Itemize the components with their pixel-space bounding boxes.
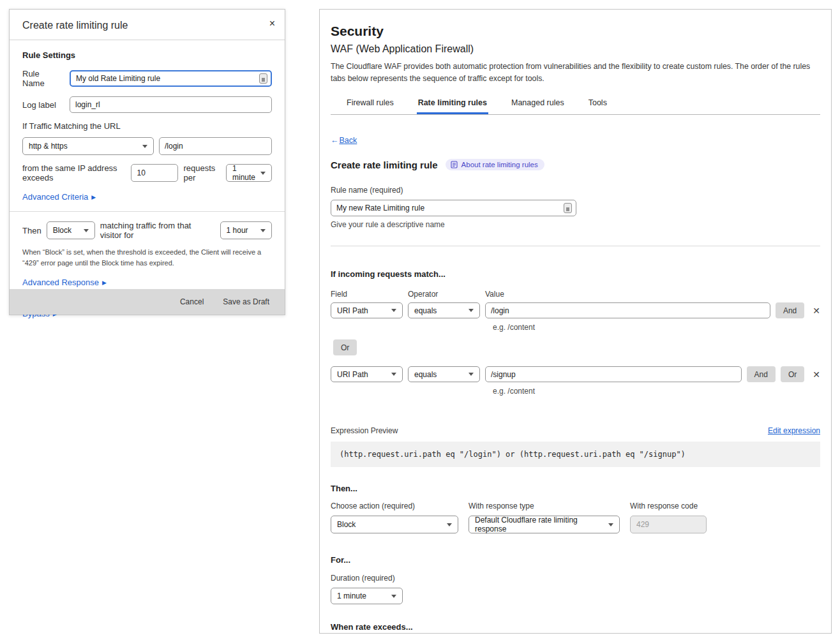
rule-settings-heading: Rule Settings [22,50,272,60]
chevron-down-icon [260,172,266,175]
then-heading: Then... [331,484,820,493]
then-section: Then Block matching traffic from that vi… [10,212,285,297]
threshold-suffix: requests per [183,163,221,182]
then-label: Then [22,226,41,235]
value-input[interactable] [485,366,742,382]
rule-name-help: Give your rule a descriptive name [331,220,820,229]
response-code-input [630,516,707,533]
duration-select[interactable]: 1 minute [331,588,403,604]
chevron-down-icon [469,373,474,376]
divider [331,246,820,246]
chevron-down-icon [260,229,266,232]
password-manager-icon[interactable] [259,73,267,84]
match-heading: If incoming requests match... [331,269,820,279]
remove-row-icon[interactable]: ✕ [813,370,820,379]
chevron-down-icon [608,523,613,526]
log-label-label: Log label [22,100,63,110]
traffic-match-label: If Traffic Matching the URL [22,121,272,131]
page-title: Security [331,24,820,39]
chevron-down-icon [84,229,89,232]
rule-name-label: Rule name (required) [331,186,820,195]
response-code-label: With response code [630,502,707,510]
about-rate-limiting-badge[interactable]: About rate limiting rules [446,159,544,170]
chevron-down-icon [447,523,452,526]
tab-firewall-rules[interactable]: Firewall rules [345,94,395,114]
log-label-input[interactable] [70,96,272,113]
period-select[interactable]: 1 minute [226,164,272,182]
create-rule-heading: Create rate limiting rule [331,160,438,170]
page-subtitle: WAF (Web Application Firewall) [331,43,820,55]
choose-action-label: Choose action (required) [331,502,458,510]
advanced-response-link[interactable]: Advanced Response ▶ [22,278,107,287]
match-row-2: URI Path equals And Or ✕ [331,366,820,382]
back-arrow-icon: ← [331,136,339,145]
threshold-prefix: from the same IP address exceeds [22,163,126,182]
rule-name-label: Rule Name [22,69,63,88]
value-column-label: Value [485,290,504,299]
triangle-right-icon: ▶ [91,194,96,200]
modal-footer: Cancel Save as Draft [10,289,285,315]
or-button[interactable]: Or [333,339,357,355]
operator-column-label: Operator [408,290,480,299]
field-select[interactable]: URI Path [331,302,403,318]
tab-managed-rules[interactable]: Managed rules [510,94,566,114]
chevron-down-icon [142,145,147,148]
field-select[interactable]: URI Path [331,366,403,382]
triangle-right-icon: ▶ [102,279,107,286]
save-as-draft-button[interactable]: Save as Draft [223,297,269,306]
remove-row-icon[interactable]: ✕ [813,306,820,315]
scheme-select[interactable]: http & https [22,137,154,155]
response-type-select[interactable]: Default Cloudflare rate limiting respons… [469,516,620,533]
match-row-1: URI Path equals And ✕ [331,302,820,318]
and-button[interactable]: And [776,302,804,318]
url-input[interactable] [159,137,272,155]
and-button[interactable]: And [747,366,776,382]
action-select[interactable]: Block [47,221,95,239]
tab-rate-limiting-rules[interactable]: Rate limiting rules [417,94,488,114]
block-duration-select[interactable]: 1 hour [220,221,272,239]
threshold-input[interactable] [131,164,178,182]
chevron-down-icon [391,309,396,312]
advanced-criteria-link[interactable]: Advanced Criteria ▶ [22,192,96,202]
modal-header: Create rate limiting rule × [10,10,285,40]
action-select[interactable]: Block [331,516,458,533]
expression-code: (http.request.uri.path eq "/login") or (… [331,442,820,467]
close-icon[interactable]: × [269,18,275,29]
rate-heading: When rate exceeds... [331,622,820,632]
operator-select[interactable]: equals [408,302,480,318]
response-type-label: With response type [469,502,620,510]
page-description: The Cloudflare WAF provides both automat… [331,61,820,85]
back-link[interactable]: ← Back [331,136,357,145]
value-input[interactable] [485,302,770,318]
then-suffix: matching traffic from that visitor for [100,221,215,240]
modal-body: Rule Settings Rule Name Log label If Tra… [10,40,285,211]
legacy-rate-limit-modal: Create rate limiting rule × Rule Setting… [9,9,285,315]
cancel-button[interactable]: Cancel [180,297,204,306]
chevron-down-icon [391,373,396,376]
chevron-down-icon [469,309,474,312]
duration-label: Duration (required) [331,574,820,583]
tab-tools[interactable]: Tools [587,94,608,114]
expression-preview-label: Expression Preview [331,426,398,435]
chevron-down-icon [391,595,396,598]
waf-tabs: Firewall rules Rate limiting rules Manag… [331,94,820,115]
for-heading: For... [331,555,820,565]
value-hint: e.g. /content [493,323,820,332]
rule-name-input[interactable] [331,200,576,216]
password-manager-icon[interactable] [564,203,572,213]
edit-expression-link[interactable]: Edit expression [768,426,820,435]
value-hint: e.g. /content [493,387,820,396]
security-waf-panel: Security WAF (Web Application Firewall) … [319,9,832,634]
block-note: When “Block” is set, when the threshold … [22,247,268,269]
field-column-label: Field [331,290,403,299]
or-button[interactable]: Or [781,366,804,382]
operator-select[interactable]: equals [408,366,480,382]
rule-name-input[interactable] [70,70,272,87]
document-icon [451,161,458,168]
modal-title: Create rate limiting rule [22,20,128,31]
